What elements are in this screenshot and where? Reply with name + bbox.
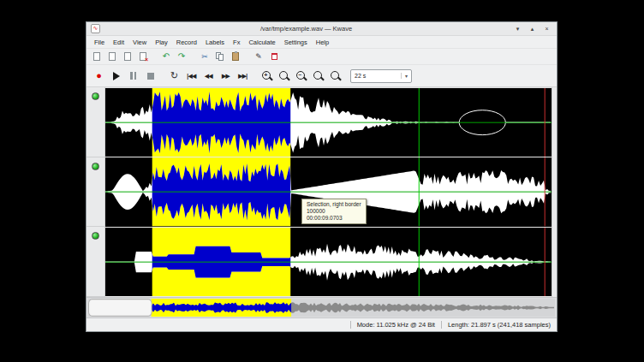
status-mode: Mode: 11.025 kHz @ 24 Bit <box>357 321 435 329</box>
record-button[interactable]: ● <box>92 68 106 83</box>
save-file-button[interactable] <box>122 50 134 62</box>
trash-icon <box>271 53 277 60</box>
record-icon: ● <box>96 71 102 80</box>
tooltip-sample-position: 100000 <box>307 208 361 215</box>
copy-icon <box>216 52 225 62</box>
zoom-in-button[interactable]: + <box>259 68 274 83</box>
stop-button[interactable] <box>143 68 158 83</box>
loop-icon: ↻ <box>170 72 178 80</box>
close-button[interactable]: × <box>541 26 552 32</box>
titlebar[interactable]: ∿ /var/tmp/example.wav — Kwave ▾ ▴ × <box>86 22 557 36</box>
close-file-button[interactable]: × <box>137 50 149 62</box>
menu-labels[interactable]: Labels <box>201 38 229 47</box>
pause-button[interactable] <box>126 68 140 83</box>
redo-button[interactable]: ↷ <box>176 50 188 62</box>
window-title: /var/tmp/example.wav — Kwave <box>104 25 509 33</box>
waveform-view[interactable]: Selection, right border 100000 00:00:09.… <box>105 87 552 297</box>
menu-play[interactable]: Play <box>151 38 172 47</box>
copy-button[interactable] <box>214 50 226 62</box>
kwave-window: ∿ /var/tmp/example.wav — Kwave ▾ ▴ × Fil… <box>86 21 558 332</box>
pause-icon <box>130 72 136 80</box>
zoom-previous-icon <box>313 70 325 82</box>
chevron-down-icon: ▾ <box>401 73 411 79</box>
open-file-button[interactable] <box>106 50 118 62</box>
track2-enabled-led[interactable] <box>92 163 99 170</box>
paste-button[interactable] <box>230 50 242 62</box>
menu-view[interactable]: View <box>128 38 151 47</box>
kwave-app-icon: ∿ <box>91 24 100 33</box>
zoom-level-value: 22 s <box>351 73 401 79</box>
stop-icon <box>147 73 154 80</box>
play-icon <box>113 72 120 80</box>
track3-enabled-led[interactable] <box>92 232 99 240</box>
menu-help[interactable]: Help <box>312 38 333 47</box>
toolbar-separator <box>152 56 157 57</box>
seek-back-icon: ◀◀ <box>205 73 212 80</box>
toolbar-separator <box>160 75 164 76</box>
track-1-waveform[interactable] <box>105 88 552 157</box>
redo-icon: ↷ <box>178 52 185 61</box>
statusbar: Mode: 11.025 kHz @ 24 Bit Length: 21.897… <box>86 317 557 331</box>
rewind-button[interactable]: ◀◀ <box>201 68 216 83</box>
track1-controls <box>86 87 104 157</box>
skip-back-icon: |◀◀ <box>187 73 195 80</box>
edit-button[interactable]: ✎ <box>253 50 265 62</box>
toolbar-separator <box>245 56 249 57</box>
desktop-background: ∿ /var/tmp/example.wav — Kwave ▾ ▴ × Fil… <box>0 0 644 362</box>
track2-controls <box>86 157 104 228</box>
menu-calculate[interactable]: Calculate <box>244 38 279 47</box>
status-length: Length: 21.897 s (241,418 samples) <box>448 321 551 329</box>
menu-record[interactable]: Record <box>172 38 201 47</box>
track1-enabled-led[interactable] <box>92 92 99 100</box>
track-control-strip <box>86 87 105 297</box>
skip-forward-icon: ▶▶| <box>238 73 247 80</box>
loop-button[interactable]: ↻ <box>167 68 182 83</box>
vertical-scrollbar[interactable] <box>552 87 557 297</box>
tooltip-time-position: 00:00:09.0703 <box>307 215 361 222</box>
zoom-in-icon: + <box>261 70 273 82</box>
undo-icon: ↶ <box>163 52 170 61</box>
forward-button[interactable]: ▶▶ <box>218 68 233 83</box>
zoom-out-icon: − <box>295 70 307 82</box>
status-separator <box>441 321 442 329</box>
open-file-icon <box>109 52 116 61</box>
maximize-button[interactable]: ▴ <box>527 26 538 33</box>
zoom-all-icon <box>330 70 342 82</box>
goto-end-button[interactable]: ▶▶| <box>236 68 250 83</box>
close-file-icon: × <box>140 52 146 61</box>
track3-controls <box>86 227 104 297</box>
paste-icon <box>232 52 239 61</box>
menu-settings[interactable]: Settings <box>280 38 312 47</box>
close-mark-icon: × <box>145 56 148 62</box>
zoom-out-button[interactable]: − <box>294 68 308 83</box>
selection-tooltip: Selection, right border 100000 00:00:09.… <box>301 199 367 224</box>
playback-toolbar: ● ↻ |◀◀ ◀◀ ▶▶ ▶▶| + − 22 s ▾ <box>86 64 557 87</box>
cut-button[interactable]: ✂ <box>199 50 211 62</box>
play-button[interactable] <box>109 68 123 83</box>
track-3-waveform[interactable] <box>105 228 552 297</box>
zoom-level-combobox[interactable]: 22 s ▾ <box>350 69 412 83</box>
zoom-all-button[interactable] <box>328 68 343 83</box>
toolbar-separator <box>253 75 257 76</box>
tooltip-text: Selection, right border <box>307 201 361 208</box>
undo-button[interactable]: ↶ <box>160 50 172 62</box>
save-file-icon <box>124 52 131 61</box>
zoom-selection-button[interactable] <box>277 68 291 83</box>
menu-file[interactable]: File <box>90 38 109 47</box>
seek-forward-icon: ▶▶ <box>222 73 230 80</box>
new-file-button[interactable] <box>91 50 103 62</box>
zoom-selection-icon <box>278 70 290 82</box>
cut-icon: ✂ <box>201 53 208 61</box>
zoom-previous-button[interactable] <box>311 68 325 83</box>
new-file-icon <box>93 52 100 61</box>
goto-start-button[interactable]: |◀◀ <box>184 68 199 83</box>
minimize-button[interactable]: ▾ <box>512 26 523 33</box>
pencil-icon: ✎ <box>255 53 262 61</box>
toolbar-separator <box>191 56 195 57</box>
delete-button[interactable] <box>268 50 280 62</box>
overview-bar[interactable] <box>86 297 557 317</box>
menu-edit[interactable]: Edit <box>109 38 128 47</box>
signal-area: Selection, right border 100000 00:00:09.… <box>86 87 557 297</box>
menu-fx[interactable]: Fx <box>229 38 244 47</box>
file-toolbar: × ↶ ↷ ✂ ✎ <box>86 48 557 64</box>
